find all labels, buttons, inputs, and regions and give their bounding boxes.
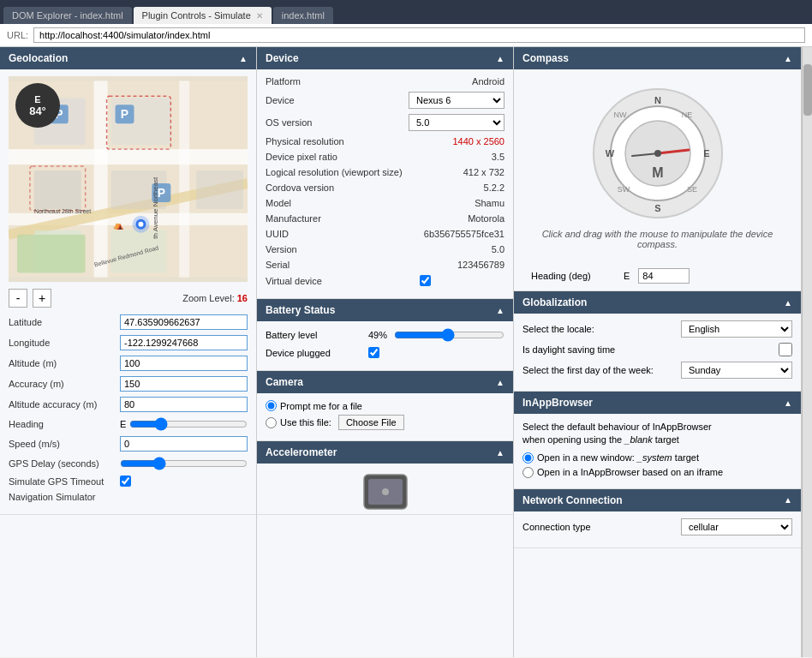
accelerometer-header[interactable]: Accelerometer ▲ bbox=[257, 441, 513, 464]
accuracy-label: Accuracy (m) bbox=[9, 379, 120, 389]
nav-sim-label: Navigation Simulator bbox=[9, 492, 120, 502]
device-select[interactable]: Nexus 6 Nexus 5 Galaxy S6 bbox=[409, 92, 505, 109]
latitude-row: Latitude bbox=[9, 314, 248, 330]
accuracy-input[interactable] bbox=[120, 376, 248, 392]
heading-input-row: Heading (deg) E bbox=[522, 268, 792, 284]
pixel-ratio-label: Device pixel ratio bbox=[266, 152, 420, 162]
tab-dom-explorer[interactable]: DOM Explorer - index.html bbox=[3, 7, 132, 24]
heading-dir-badge: E bbox=[624, 271, 630, 281]
svg-rect-4 bbox=[179, 81, 189, 277]
globalization-section: Globalization ▲ Select the locale: Engli… bbox=[514, 291, 801, 392]
cordova-row: Cordova version 5.2.2 bbox=[266, 182, 505, 193]
logical-res-row: Logical resolution (viewport size) 412 x… bbox=[266, 167, 505, 177]
prompt-radio[interactable] bbox=[266, 400, 277, 411]
zoom-in-button[interactable]: + bbox=[33, 289, 51, 308]
accelerometer-body bbox=[257, 464, 513, 515]
speed-label: Speed (m/s) bbox=[9, 439, 120, 449]
middle-panel: Device ▲ Platform Android Device Nexus 6… bbox=[257, 47, 514, 657]
use-file-label: Use this file: bbox=[280, 417, 331, 428]
tab-plugin-controls[interactable]: Plugin Controls - Simulate ✕ bbox=[134, 7, 272, 24]
longitude-input[interactable] bbox=[120, 335, 248, 350]
network-chevron: ▲ bbox=[784, 495, 792, 505]
scrollbar[interactable] bbox=[802, 47, 812, 657]
battery-body: Battery level 49% Device plugged bbox=[257, 321, 513, 371]
accelerometer-visual bbox=[266, 470, 505, 513]
geolocation-chevron: ▲ bbox=[239, 54, 248, 63]
right-panel: Compass ▲ N E S bbox=[514, 47, 802, 657]
svg-rect-8 bbox=[34, 170, 81, 209]
platform-value: Android bbox=[420, 76, 505, 87]
svg-rect-1 bbox=[9, 149, 248, 164]
camera-header[interactable]: Camera ▲ bbox=[257, 371, 513, 393]
choose-file-button[interactable]: Choose File bbox=[338, 415, 404, 430]
battery-header[interactable]: Battery Status ▲ bbox=[257, 299, 513, 321]
device-plugged-checkbox[interactable] bbox=[368, 347, 379, 358]
battery-chevron: ▲ bbox=[496, 306, 505, 315]
heading-input-label: Heading (deg) bbox=[531, 271, 617, 281]
alt-accuracy-input[interactable] bbox=[120, 397, 248, 412]
virtual-label: Virtual device bbox=[266, 276, 420, 286]
use-file-radio[interactable] bbox=[266, 417, 277, 428]
speed-input[interactable] bbox=[120, 436, 248, 452]
latitude-input[interactable] bbox=[120, 314, 248, 330]
os-select[interactable]: 5.0 4.4 6.0 bbox=[409, 114, 505, 131]
compass-hint: Click and drag with the mouse to manipul… bbox=[531, 229, 784, 249]
svg-text:E: E bbox=[703, 148, 709, 159]
iab-option2-radio[interactable] bbox=[522, 467, 534, 478]
heading-text-input[interactable] bbox=[638, 268, 690, 284]
first-day-select[interactable]: Sunday Monday Saturday bbox=[681, 362, 792, 379]
battery-level-row: Battery level 49% bbox=[266, 328, 505, 342]
svg-text:th Avenue Northeast: th Avenue Northeast bbox=[152, 176, 159, 239]
svg-text:NE: NE bbox=[681, 111, 692, 119]
nav-sim-row: Navigation Simulator bbox=[9, 492, 248, 502]
battery-level-label: Battery level bbox=[266, 330, 368, 340]
inappbrowser-body: Select the default behaviour of InAppBro… bbox=[514, 414, 801, 489]
manufacturer-value: Motorola bbox=[420, 213, 505, 224]
iab-option1-radio[interactable] bbox=[522, 452, 534, 464]
geolocation-header[interactable]: Geolocation ▲ bbox=[0, 47, 256, 69]
virtual-checkbox[interactable] bbox=[420, 275, 431, 286]
svg-text:N: N bbox=[654, 95, 661, 105]
longitude-row: Longitude bbox=[9, 335, 248, 350]
globalization-header[interactable]: Globalization ▲ bbox=[514, 291, 801, 314]
device-plugged-row: Device plugged bbox=[266, 347, 505, 358]
altitude-input[interactable] bbox=[120, 356, 248, 371]
scrollbar-thumb[interactable] bbox=[803, 64, 812, 116]
locale-select[interactable]: English French Spanish bbox=[681, 320, 792, 338]
manufacturer-row: Manufacturer Motorola bbox=[266, 213, 505, 224]
device-header[interactable]: Device ▲ bbox=[257, 47, 513, 69]
heading-slider[interactable] bbox=[129, 417, 248, 431]
simulate-gps-label: Simulate GPS Timeout bbox=[9, 476, 120, 487]
simulate-gps-checkbox[interactable] bbox=[120, 476, 131, 487]
uuid-value: 6b356755575fce31 bbox=[420, 229, 505, 239]
globalization-chevron: ▲ bbox=[784, 298, 792, 308]
zoom-out-button[interactable]: - bbox=[9, 289, 27, 308]
compass-dial[interactable]: N E S W NE SE SW NW M bbox=[589, 85, 726, 222]
gps-delay-slider[interactable] bbox=[120, 457, 248, 470]
map-container[interactable]: P P P ⛺ bbox=[9, 76, 248, 282]
battery-level-slider[interactable] bbox=[394, 328, 505, 342]
compass-header[interactable]: Compass ▲ bbox=[514, 47, 801, 69]
device-chevron: ▲ bbox=[496, 54, 505, 63]
platform-row: Platform Android bbox=[266, 76, 505, 87]
tab-close-icon[interactable]: ✕ bbox=[256, 11, 263, 21]
network-section: Network Connection ▲ Connection type cel… bbox=[514, 489, 801, 548]
accuracy-row: Accuracy (m) bbox=[9, 376, 248, 392]
url-input[interactable] bbox=[33, 27, 805, 43]
daylight-checkbox[interactable] bbox=[779, 343, 792, 356]
geolocation-body: P P P ⛺ bbox=[0, 69, 256, 515]
connection-type-select[interactable]: cellular wifi none ethernet 2g 3g 4g unk… bbox=[681, 518, 792, 535]
camera-section: Camera ▲ Prompt me for a file Use this f… bbox=[257, 371, 513, 441]
inappbrowser-header[interactable]: InAppBrowser ▲ bbox=[514, 392, 801, 414]
gps-delay-label: GPS Delay (seconds) bbox=[9, 458, 120, 469]
device-row: Device Nexus 6 Nexus 5 Galaxy S6 bbox=[266, 92, 505, 109]
network-header[interactable]: Network Connection ▲ bbox=[514, 489, 801, 511]
accelerometer-section: Accelerometer ▲ bbox=[257, 441, 513, 515]
tab-index[interactable]: index.html bbox=[273, 7, 333, 24]
uuid-row: UUID 6b356755575fce31 bbox=[266, 229, 505, 239]
compass-body: N E S W NE SE SW NW M bbox=[514, 69, 801, 291]
first-day-label: Select the first day of the week: bbox=[522, 365, 681, 375]
browser-tabs: DOM Explorer - index.html Plugin Control… bbox=[0, 0, 812, 47]
svg-point-24 bbox=[138, 222, 143, 227]
svg-text:Northeast 28th Street: Northeast 28th Street bbox=[34, 208, 91, 214]
